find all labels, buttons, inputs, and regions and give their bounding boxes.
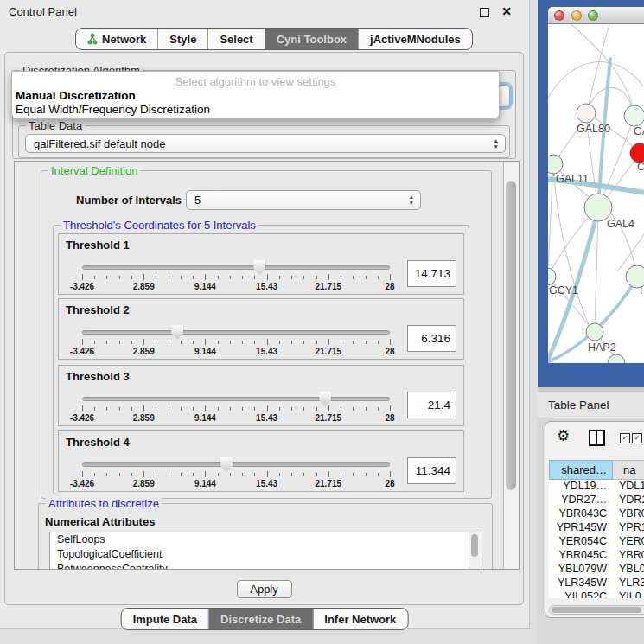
float-window-icon[interactable] bbox=[480, 8, 489, 17]
table-data-combobox[interactable]: galFiltered.sif default node ▲▼ bbox=[25, 134, 506, 153]
network-node-hap2[interactable] bbox=[586, 323, 603, 341]
apply-button[interactable]: Apply bbox=[237, 580, 292, 598]
settings-scrollbar-thumb[interactable] bbox=[506, 181, 516, 490]
network-canvas[interactable]: GAL80GACGAL11GAL4GCY1HHAP2 bbox=[548, 24, 644, 363]
slider-track[interactable] bbox=[82, 462, 390, 467]
slider-track[interactable] bbox=[82, 397, 390, 401]
numerical-attributes-list[interactable]: SelfLoopsTopologicalCoefficientBetweenne… bbox=[49, 532, 481, 570]
table-panel-body: ⚙ ✓ ✓ shared… na YDL19…YDL1YDR27…YDR2YBR… bbox=[538, 418, 644, 644]
threshold-slider[interactable]: -3.4262.8599.14415.4321.71528 bbox=[82, 390, 390, 424]
cell-shared-name: YPR145W bbox=[549, 521, 613, 535]
tab-infer-network[interactable]: Infer Network bbox=[313, 609, 407, 629]
table-row[interactable]: YDL19…YDL1 bbox=[549, 480, 644, 494]
tick-mark bbox=[378, 473, 379, 476]
gear-icon[interactable]: ⚙ bbox=[557, 427, 570, 445]
tab-label: Discretize Data bbox=[220, 613, 301, 626]
column-header-name[interactable]: na bbox=[613, 460, 644, 480]
spinner-arrows-icon: ▲▼ bbox=[409, 194, 414, 206]
threshold-value-field[interactable]: 11.344 bbox=[407, 457, 456, 484]
tick-mark bbox=[291, 341, 292, 344]
threshold-slider[interactable]: -3.4262.8599.14415.4321.71528 bbox=[82, 456, 390, 490]
attributes-group-title: Attributes to discretize bbox=[46, 497, 162, 510]
settings-vertical-scrollbar[interactable] bbox=[503, 162, 519, 569]
attribute-item-selfloops[interactable]: SelfLoops bbox=[50, 532, 481, 547]
table-row[interactable]: YBL079WYBL0 bbox=[549, 563, 644, 577]
close-traffic-light-icon[interactable] bbox=[554, 10, 564, 21]
threshold-value-field[interactable]: 6.316 bbox=[407, 325, 456, 352]
table-scrollbar-thumb[interactable] bbox=[552, 607, 641, 613]
tick-mark bbox=[291, 473, 292, 476]
tick-mark bbox=[94, 341, 95, 344]
table-row[interactable]: YBR045CYBR0 bbox=[549, 549, 644, 563]
table-row[interactable]: YPR145WYPR1 bbox=[549, 521, 644, 535]
network-window-titlebar[interactable] bbox=[548, 7, 644, 24]
network-node-ga[interactable] bbox=[624, 105, 644, 126]
table-horizontal-scrollbar[interactable] bbox=[549, 605, 644, 615]
threshold-panel-2: Threshold 2-3.4262.8599.14415.4321.71528… bbox=[58, 298, 464, 360]
numerical-attributes-label: Numerical Attributes bbox=[45, 515, 155, 528]
network-node-partial[interactable] bbox=[608, 354, 625, 363]
checkbox-icon[interactable]: ✓ bbox=[620, 433, 630, 443]
table-row[interactable]: YER054CYER0 bbox=[549, 535, 644, 549]
slider-thumb[interactable] bbox=[171, 325, 183, 340]
network-node-label: GCY1 bbox=[549, 284, 578, 296]
tick-mark bbox=[254, 276, 255, 279]
tick-mark bbox=[205, 471, 206, 477]
tick-mark bbox=[316, 341, 317, 344]
tick-mark bbox=[205, 339, 206, 345]
tab-discretize-data[interactable]: Discretize Data bbox=[209, 609, 313, 629]
tick-mark bbox=[119, 341, 120, 344]
network-node-c[interactable] bbox=[630, 143, 644, 163]
attributes-list-scrollbar[interactable] bbox=[469, 532, 481, 570]
slider-ticks bbox=[82, 405, 390, 412]
table-row[interactable]: YDR27…YDR2 bbox=[549, 494, 644, 507]
attributes-list-scrollbar-thumb[interactable] bbox=[471, 534, 478, 557]
tick-label: 21.715 bbox=[316, 479, 342, 488]
attribute-item-betweennesscentrality[interactable]: BetweennessCentrality bbox=[50, 562, 481, 570]
tick-mark bbox=[193, 276, 194, 279]
network-node-gal11[interactable] bbox=[548, 155, 563, 174]
checkbox-icon[interactable]: ✓ bbox=[632, 433, 642, 443]
tab-impute-data[interactable]: Impute Data bbox=[122, 609, 209, 629]
threshold-slider[interactable]: -3.4262.8599.14415.4321.71528 bbox=[82, 258, 390, 293]
algorithm-option-manual-discretization[interactable]: Manual Discretization bbox=[12, 89, 499, 103]
control-panel-tabbar: NetworkStyleSelectCyni ToolboxjActiveMNo… bbox=[75, 28, 473, 50]
columns-icon[interactable] bbox=[589, 430, 605, 446]
tick-mark bbox=[230, 407, 231, 411]
tab-network[interactable]: Network bbox=[76, 29, 158, 49]
algorithm-option-equal-width-frequency-discretization[interactable]: Equal Width/Frequency Discretization bbox=[12, 103, 499, 117]
tick-mark bbox=[316, 473, 317, 476]
table-row[interactable]: YLR345WYLR3 bbox=[549, 577, 644, 590]
tick-mark bbox=[390, 471, 391, 477]
tick-label: 15.43 bbox=[256, 479, 277, 488]
cell-name: YPR1 bbox=[613, 521, 644, 535]
zoom-traffic-light-icon[interactable] bbox=[588, 10, 598, 21]
network-edge[interactable] bbox=[548, 164, 553, 353]
tab-cyni-toolbox[interactable]: Cyni Toolbox bbox=[265, 29, 359, 49]
tick-mark bbox=[106, 341, 107, 344]
slider-thumb[interactable] bbox=[319, 392, 331, 406]
slider-track[interactable] bbox=[82, 330, 390, 335]
tick-mark bbox=[291, 407, 292, 411]
attribute-item-topologicalcoefficient[interactable]: TopologicalCoefficient bbox=[50, 547, 481, 562]
threshold-value-field[interactable]: 21.4 bbox=[407, 392, 456, 418]
threshold-slider[interactable]: -3.4262.8599.14415.4321.71528 bbox=[82, 323, 390, 358]
network-node-gcy1[interactable] bbox=[548, 268, 556, 285]
network-edge[interactable] bbox=[548, 61, 643, 104]
number-of-intervals-spinner[interactable]: 5 ▲▼ bbox=[186, 190, 421, 210]
tab-style[interactable]: Style bbox=[158, 29, 208, 49]
network-node-gal80[interactable] bbox=[577, 104, 596, 123]
column-header-shared-name[interactable]: shared… bbox=[549, 460, 613, 480]
slider-thumb[interactable] bbox=[253, 260, 265, 275]
table-row[interactable]: YBR043CYBR0 bbox=[549, 507, 644, 521]
slider-thumb[interactable] bbox=[220, 457, 233, 472]
tick-mark bbox=[390, 274, 391, 280]
minimize-traffic-light-icon[interactable] bbox=[571, 10, 582, 21]
tab-select[interactable]: Select bbox=[208, 29, 265, 49]
tab-jactivemnodules[interactable]: jActiveMNodules bbox=[359, 29, 472, 49]
slider-track[interactable] bbox=[82, 265, 390, 270]
table-row[interactable]: YIL052CYIL0 bbox=[549, 590, 644, 598]
tick-mark bbox=[353, 276, 354, 279]
close-icon[interactable]: ✕ bbox=[501, 4, 512, 18]
threshold-value-field[interactable]: 14.713 bbox=[407, 260, 456, 287]
